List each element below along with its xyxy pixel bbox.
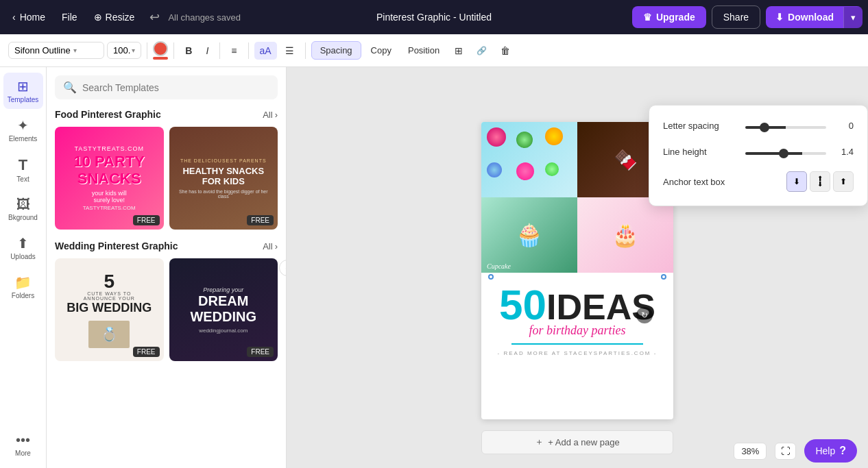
italic-button[interactable]: I bbox=[200, 42, 214, 60]
food-all-arrow: › bbox=[275, 110, 278, 120]
birthday-read-more: - READ MORE AT STACEYSPARTIES.COM - bbox=[495, 350, 660, 356]
selection-handle-tl bbox=[488, 274, 494, 280]
wedding-template-grid: 5 CUTE WAYS TOANNOUNCE YOUR BIG WEDDING … bbox=[55, 258, 278, 361]
sidebar-item-folders[interactable]: 📁 Folders bbox=[3, 269, 43, 305]
selection-handle-tr bbox=[661, 274, 666, 280]
position-button[interactable]: Position bbox=[401, 42, 446, 59]
line-height-slider[interactable] bbox=[745, 152, 826, 155]
help-button[interactable]: Help ? bbox=[804, 439, 857, 463]
anchor-bottom-button[interactable]: ⬆ bbox=[833, 171, 854, 192]
canvas-title: Pinterest Graphic - Untitled bbox=[376, 12, 492, 23]
template-badge-free3: FREE bbox=[133, 347, 160, 357]
sidebar-item-more[interactable]: ••• More bbox=[3, 427, 43, 463]
font-name: Sifonn Outline bbox=[14, 45, 71, 56]
search-box: 🔍 bbox=[55, 75, 278, 99]
delete-button[interactable]: 🗑 bbox=[495, 42, 516, 60]
share-button[interactable]: Share bbox=[712, 5, 760, 29]
template-card-healthy-snacks[interactable]: THE DELICIOUSEST PARENTS HEALTHY SNACKS … bbox=[169, 127, 278, 230]
food-section-all[interactable]: All › bbox=[263, 110, 278, 120]
sidebar-item-templates[interactable]: ⊞ Templates bbox=[3, 73, 43, 109]
link-button[interactable]: 🔗 bbox=[471, 42, 492, 59]
list-button[interactable]: ☰ bbox=[280, 42, 300, 60]
anchor-top-button[interactable]: ⬇ bbox=[786, 171, 807, 192]
templates-panel: 🔍 Food Pinterest Graphic All › TASTYTREA… bbox=[47, 67, 287, 468]
anchor-buttons: ⬇ ⬆⬇ ⬆ bbox=[786, 171, 854, 192]
anchor-top-icon: ⬇ bbox=[793, 177, 800, 186]
download-group: ⬇ Download ▾ bbox=[766, 6, 863, 28]
spacing-button[interactable]: Spacing bbox=[311, 41, 361, 60]
grid-button[interactable]: ⊞ bbox=[449, 42, 468, 60]
background-icon: 🖼 bbox=[16, 197, 30, 212]
refresh-icon[interactable]: ↻ bbox=[636, 307, 653, 323]
wedding-all-label: All bbox=[263, 241, 272, 251]
help-icon: ? bbox=[839, 445, 846, 457]
download-arrow-button[interactable]: ▾ bbox=[843, 7, 863, 28]
text-icon: T bbox=[19, 156, 27, 174]
elements-icon: ✦ bbox=[17, 117, 29, 134]
font-size-value: 100. bbox=[113, 45, 130, 56]
add-page-button[interactable]: ＋ + Add a new page bbox=[481, 430, 673, 455]
food-template-grid: TASTYTREATS.COM 10 PARTYSNACKS your kids… bbox=[55, 127, 278, 230]
file-button[interactable]: File bbox=[55, 8, 84, 27]
font-dropdown-icon: ▾ bbox=[73, 47, 77, 54]
wedding-section-header: Wedding Pinterest Graphic All › bbox=[55, 241, 278, 251]
sidebar-label-folders: Folders bbox=[12, 292, 34, 299]
line-height-value: 1.4 bbox=[833, 147, 854, 157]
home-button[interactable]: ‹ Home bbox=[5, 8, 52, 27]
anchor-mid-button[interactable]: ⬆⬇ bbox=[810, 171, 830, 192]
panel-collapse-arrow[interactable]: ‹ bbox=[279, 260, 287, 276]
share-label: Share bbox=[723, 12, 749, 23]
copy-label: Copy bbox=[371, 45, 391, 56]
search-input[interactable] bbox=[82, 82, 269, 93]
template-badge-free4: FREE bbox=[247, 347, 274, 357]
chevron-left-icon: ‹ bbox=[12, 12, 16, 23]
font-selector[interactable]: Sifonn Outline ▾ bbox=[8, 42, 104, 59]
line-height-slider-wrap bbox=[745, 145, 826, 158]
anchor-row: Anchor text box ⬇ ⬆⬇ ⬆ bbox=[663, 171, 854, 192]
template-card-big-wedding[interactable]: 5 CUTE WAYS TOANNOUNCE YOUR BIG WEDDING … bbox=[55, 258, 164, 361]
sidebar-item-text[interactable]: T Text bbox=[3, 151, 43, 188]
anchor-bottom-icon: ⬆ bbox=[840, 177, 847, 186]
wedding-section-all[interactable]: All › bbox=[263, 241, 278, 251]
upgrade-label: Upgrade bbox=[656, 12, 695, 23]
undo-button[interactable]: ↩ bbox=[144, 7, 165, 27]
resize-icon: ⊕ bbox=[94, 12, 102, 23]
spacing-label: Spacing bbox=[320, 45, 352, 56]
download-button[interactable]: ⬇ Download bbox=[766, 6, 843, 28]
zoom-value: 38% bbox=[741, 446, 759, 456]
food-section-header: Food Pinterest Graphic All › bbox=[55, 109, 278, 120]
aa-button[interactable]: aA bbox=[254, 42, 277, 60]
letter-spacing-slider[interactable] bbox=[745, 126, 826, 129]
link-icon: 🔗 bbox=[477, 46, 487, 56]
font-size-selector[interactable]: 100. ▾ bbox=[107, 42, 141, 59]
color-button-wrap[interactable] bbox=[153, 41, 168, 60]
fullscreen-button[interactable]: ⛶ bbox=[775, 443, 796, 460]
sidebar-label-elements: Elements bbox=[9, 135, 38, 143]
template-card-party-snacks[interactable]: TASTYTREATS.COM 10 PARTYSNACKS your kids… bbox=[55, 127, 164, 230]
align-button[interactable]: ≡ bbox=[226, 42, 242, 60]
text-color-button[interactable] bbox=[153, 41, 168, 56]
wedding-section-title: Wedding Pinterest Graphic bbox=[55, 241, 178, 251]
birthday-headline: 50 IDEAS bbox=[495, 284, 660, 326]
photo-grid-tl bbox=[481, 122, 577, 197]
sep5 bbox=[305, 42, 306, 59]
copy-button[interactable]: Copy bbox=[364, 42, 398, 59]
topbar-left: ‹ Home File ⊕ Resize ↩ All changes saved bbox=[5, 7, 241, 27]
template-card-dream-wedding[interactable]: Preparing your DREAMWEDDING weddingjourn… bbox=[169, 258, 278, 361]
sep2 bbox=[173, 42, 174, 59]
resize-button[interactable]: ⊕ Resize bbox=[87, 8, 142, 27]
sidebar-item-background[interactable]: 🖼 Bkground bbox=[3, 191, 43, 227]
sidebar-label-background: Bkground bbox=[8, 214, 38, 221]
bold-button[interactable]: B bbox=[180, 42, 197, 60]
upgrade-button[interactable]: ♛ Upgrade bbox=[632, 6, 706, 28]
saved-status: All changes saved bbox=[168, 12, 241, 23]
more-icon: ••• bbox=[16, 432, 30, 448]
add-page-label: + Add a new page bbox=[548, 437, 619, 447]
search-icon: 🔍 bbox=[63, 81, 77, 94]
sidebar-item-elements[interactable]: ✦ Elements bbox=[3, 112, 43, 148]
delete-icon: 🗑 bbox=[501, 45, 510, 56]
photo-grid-br: 🎂 bbox=[577, 197, 673, 273]
sidebar-label-uploads: Uploads bbox=[10, 253, 36, 260]
help-label: Help bbox=[815, 445, 835, 456]
sidebar-item-uploads[interactable]: ⬆ Uploads bbox=[3, 230, 43, 266]
